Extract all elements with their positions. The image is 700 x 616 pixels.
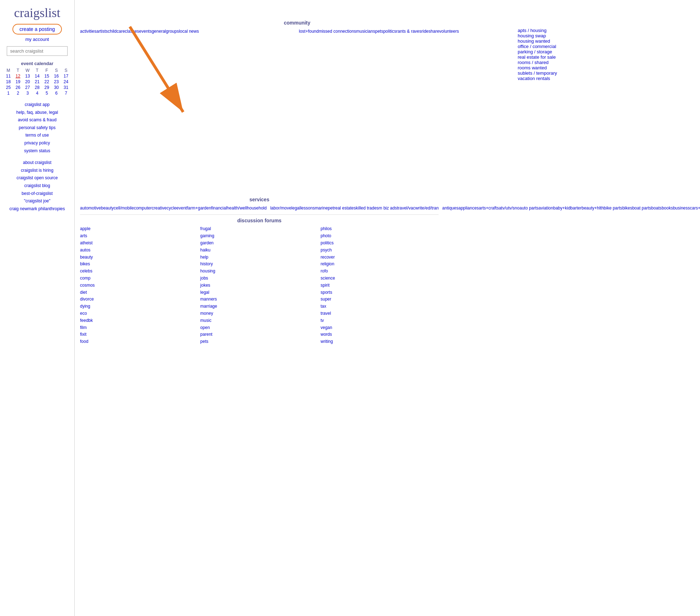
services-link[interactable]: lessons [300, 206, 315, 211]
forum-link[interactable]: diet [80, 289, 198, 296]
forum-link[interactable]: fixit [80, 331, 198, 338]
forum-link[interactable]: beauty [80, 254, 198, 261]
housing-link[interactable]: sublets / temporary [518, 70, 700, 76]
forum-link[interactable]: spirit [320, 282, 439, 289]
community-link[interactable]: activities [80, 29, 96, 34]
services-link[interactable]: beauty [101, 206, 114, 211]
calendar-day[interactable]: 19 [13, 79, 23, 85]
forum-link[interactable]: pets [200, 338, 318, 345]
sidebar-link[interactable]: best-of-craigslist [4, 190, 71, 198]
calendar-day[interactable]: 7 [61, 90, 71, 96]
services-link[interactable]: creative [152, 206, 166, 211]
forsale-link[interactable]: business [673, 206, 690, 211]
services-link[interactable]: real estate [334, 206, 354, 211]
forum-link[interactable]: writing [320, 338, 439, 345]
forum-link[interactable]: open [200, 324, 318, 331]
forsale-link[interactable]: arts+crafts [479, 206, 499, 211]
forum-link[interactable]: manners [200, 296, 318, 303]
forsale-link[interactable]: cars+trucks [690, 206, 700, 211]
forum-link[interactable]: sports [320, 289, 439, 296]
services-link[interactable]: skilled trade [354, 206, 377, 211]
calendar-day[interactable]: 30 [52, 85, 61, 90]
search-input[interactable] [7, 46, 67, 56]
housing-link[interactable]: housing wanted [518, 38, 700, 44]
services-link[interactable]: computer [134, 206, 152, 211]
create-posting-button[interactable]: create a posting [12, 24, 62, 34]
community-link[interactable]: artists [96, 29, 108, 34]
calendar-day[interactable]: 6 [52, 90, 61, 96]
forum-link[interactable]: super [320, 296, 439, 303]
sidebar-link[interactable]: personal safety tips [4, 124, 71, 132]
housing-link[interactable]: rooms / shared [518, 60, 700, 65]
calendar-day[interactable]: 20 [23, 79, 32, 85]
calendar-day[interactable]: 14 [32, 73, 42, 79]
calendar-day[interactable]: 27 [23, 85, 32, 90]
forum-link[interactable]: atheist [80, 240, 198, 247]
services-link[interactable]: household [247, 206, 266, 211]
community-link[interactable]: musicians [356, 29, 375, 34]
calendar-day[interactable]: 21 [32, 79, 42, 85]
sidebar-link[interactable]: terms of use [4, 132, 71, 139]
forum-link[interactable]: arts [80, 233, 198, 240]
forum-link[interactable]: frugal [200, 225, 318, 233]
sidebar-link[interactable]: privacy policy [4, 139, 71, 147]
calendar-day[interactable]: 22 [42, 79, 52, 85]
forum-link[interactable]: travel [320, 310, 439, 317]
forsale-link[interactable]: boats [651, 206, 662, 211]
calendar-day[interactable]: 4 [32, 90, 42, 96]
housing-link[interactable]: vacation rentals [518, 76, 700, 81]
forum-link[interactable]: celebs [80, 268, 198, 275]
calendar-day[interactable]: 28 [32, 85, 42, 90]
forum-link[interactable]: gaming [200, 233, 318, 240]
forsale-link[interactable]: antiques [442, 206, 458, 211]
forum-link[interactable]: words [320, 331, 439, 338]
calendar-day[interactable]: 11 [4, 73, 13, 79]
forum-link[interactable]: photo [320, 233, 439, 240]
calendar-day[interactable]: 12 [13, 73, 23, 79]
calendar-day[interactable]: 17 [61, 73, 71, 79]
community-link[interactable]: rideshare [421, 29, 439, 34]
forum-link[interactable]: feedbk [80, 317, 198, 324]
forum-link[interactable]: marriage [200, 303, 318, 310]
forum-link[interactable]: eco [80, 310, 198, 317]
community-link[interactable]: local news [179, 29, 199, 34]
housing-link[interactable]: apts / housing [518, 28, 700, 33]
sidebar-link[interactable]: system status [4, 147, 71, 155]
forum-link[interactable]: legal [200, 289, 318, 296]
forsale-link[interactable]: auto parts [519, 206, 538, 211]
community-link[interactable]: lost+found [299, 29, 319, 34]
housing-link[interactable]: housing swap [518, 33, 700, 38]
forsale-link[interactable]: barter [571, 206, 582, 211]
forsale-link[interactable]: baby+kid [553, 206, 570, 211]
calendar-day[interactable]: 16 [52, 73, 61, 79]
forum-link[interactable]: help [200, 254, 318, 261]
calendar-day[interactable]: 3 [23, 90, 32, 96]
forum-link[interactable]: rofo [320, 268, 439, 275]
calendar-day[interactable]: 5 [42, 90, 52, 96]
calendar-day[interactable]: 13 [23, 73, 32, 79]
forum-link[interactable]: religion [320, 261, 439, 268]
calendar-day[interactable]: 15 [42, 73, 52, 79]
services-link[interactable]: marine [315, 206, 328, 211]
community-link[interactable]: rants & raves [396, 29, 421, 34]
forum-link[interactable]: food [80, 338, 198, 345]
housing-link[interactable]: real estate for sale [518, 54, 700, 60]
sidebar-link[interactable]: "craigslist joe" [4, 197, 71, 205]
forsale-link[interactable]: boat parts [632, 206, 651, 211]
forsale-link[interactable]: atv/utv/sno [499, 206, 519, 211]
calendar-day[interactable]: 18 [4, 79, 13, 85]
community-link[interactable]: groups [166, 29, 179, 34]
forum-link[interactable]: music [200, 317, 318, 324]
forum-link[interactable]: bikes [80, 261, 198, 268]
calendar-day[interactable]: 25 [4, 85, 13, 90]
forum-link[interactable]: dying [80, 303, 198, 310]
services-link[interactable]: legal [291, 206, 300, 211]
forum-link[interactable]: film [80, 324, 198, 331]
housing-link[interactable]: rooms wanted [518, 65, 700, 70]
sidebar-link[interactable]: craigslist is hiring [4, 167, 71, 175]
services-link[interactable]: travel/vac [397, 206, 415, 211]
forum-link[interactable]: apple [80, 225, 198, 233]
community-link[interactable]: childcare [108, 29, 125, 34]
services-link[interactable]: sm biz ads [377, 206, 397, 211]
community-link[interactable]: volunteers [439, 29, 459, 34]
